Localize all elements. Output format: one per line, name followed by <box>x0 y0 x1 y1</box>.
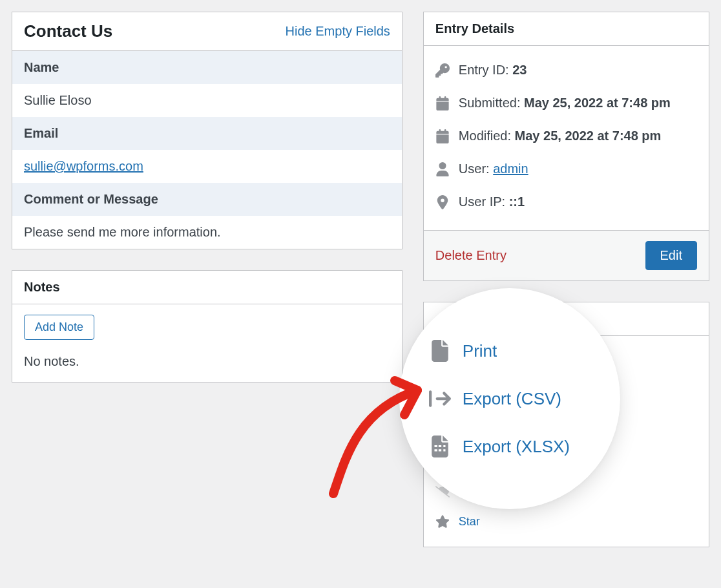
notes-header: Notes <box>12 271 402 304</box>
no-notes-text: No notes. <box>24 354 390 369</box>
key-icon <box>435 63 450 78</box>
field-label-name: Name <box>12 51 402 84</box>
entry-details-footer: Delete Entry Edit <box>424 230 709 280</box>
calendar-icon <box>435 129 450 143</box>
actions-header: Actio <box>424 302 709 336</box>
user-ip-row: User IP: ::1 <box>435 185 697 218</box>
actions-title: Actio <box>435 311 468 326</box>
submitted-value: May 25, 2022 at 7:48 pm <box>524 96 671 110</box>
notes-card: Notes Add Note No notes. <box>12 270 402 383</box>
file-icon <box>435 354 455 373</box>
entry-details-title: Entry Details <box>435 21 514 36</box>
user-label: User: <box>459 162 490 176</box>
add-note-button[interactable]: Add Note <box>24 315 94 340</box>
submitted-label: Submitted: <box>459 96 521 110</box>
map-marker-icon <box>435 195 450 209</box>
entry-details-header: Entry Details <box>424 12 709 46</box>
star-icon <box>435 514 450 529</box>
star-action[interactable]: Star <box>435 507 697 536</box>
edit-button[interactable]: Edit <box>645 241 697 270</box>
modified-value: May 25, 2022 at 7:48 pm <box>515 129 662 143</box>
entry-id-row: Entry ID: 23 <box>435 54 697 87</box>
contact-us-title: Contact Us <box>24 21 112 41</box>
hide-empty-fields-link[interactable]: Hide Empty Fields <box>286 24 390 39</box>
modified-label: Modified: <box>459 129 511 143</box>
user-ip-value: ::1 <box>509 194 525 209</box>
field-value-email: sullie@wpforms.com <box>12 150 402 183</box>
user-icon <box>435 162 450 176</box>
field-label-email: Email <box>12 117 402 150</box>
entry-details-card: Entry Details Entry ID: 23 Submitted: Ma… <box>423 12 709 281</box>
delete-entry-link[interactable]: Delete Entry <box>435 248 507 263</box>
print-label: Print <box>464 355 496 373</box>
export-xlsx-label: Export (XLSX) <box>464 445 563 463</box>
notes-title: Notes <box>24 280 60 295</box>
export-icon <box>435 399 455 419</box>
user-link[interactable]: admin <box>493 162 528 176</box>
calendar-icon <box>435 96 450 110</box>
field-label-comment: Comment or Message <box>12 183 402 216</box>
field-value-name: Sullie Eloso <box>12 84 402 117</box>
contact-us-header: Contact Us Hide Empty Fields <box>12 12 402 51</box>
spreadsheet-icon <box>435 445 455 464</box>
user-ip-label: User IP: <box>459 194 505 209</box>
print-action[interactable]: Print <box>435 341 697 386</box>
eye-slash-icon <box>435 485 450 499</box>
modified-row: Modified: May 25, 2022 at 7:48 pm <box>435 120 697 152</box>
entry-id-value: 23 <box>512 63 527 77</box>
export-xlsx-action[interactable]: Export (XLSX) <box>435 432 697 477</box>
export-csv-label: Export (CSV) <box>464 400 555 418</box>
actions-card: Actio Print Export (CSV) Export (XLSX) <box>423 302 709 547</box>
export-csv-action[interactable]: Export (CSV) <box>435 386 697 432</box>
user-row: User: admin <box>435 152 697 185</box>
email-link[interactable]: sullie@wpforms.com <box>24 159 143 173</box>
contact-us-card: Contact Us Hide Empty Fields Name Sullie… <box>12 12 402 249</box>
field-value-comment: Please send me more information. <box>12 216 402 249</box>
entry-id-label: Entry ID: <box>459 63 509 77</box>
hidden-action[interactable] <box>435 477 697 507</box>
star-label: Star <box>459 515 480 529</box>
submitted-row: Submitted: May 25, 2022 at 7:48 pm <box>435 87 697 120</box>
